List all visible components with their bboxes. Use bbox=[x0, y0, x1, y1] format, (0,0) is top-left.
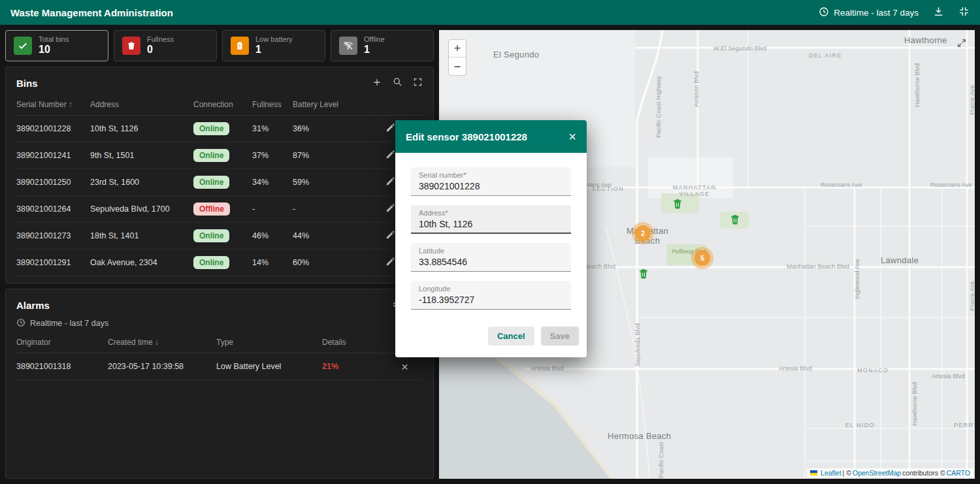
time-window-selector[interactable]: Realtime - last 7 days bbox=[819, 7, 919, 19]
bin-row[interactable]: 389021001291 Oak Avenue, 2304 Online 14%… bbox=[16, 250, 423, 276]
zoom-in-button[interactable]: + bbox=[449, 40, 466, 57]
bin-row[interactable]: 389021001250 23rd St, 1600 Online 34% 59… bbox=[16, 169, 423, 196]
bin-marker-icon[interactable] bbox=[729, 214, 741, 228]
edit-bin-button[interactable] bbox=[385, 230, 395, 242]
stat-card-low-battery[interactable]: Low battery 1 bbox=[222, 30, 325, 61]
bin-serial: 389021001241 bbox=[16, 151, 90, 160]
stat-label: Offline bbox=[364, 35, 385, 44]
carto-link[interactable]: CARTO bbox=[947, 469, 970, 477]
time-window-label: Realtime - last 7 days bbox=[834, 8, 919, 18]
cancel-button[interactable]: Cancel bbox=[488, 327, 534, 346]
stat-card-offline[interactable]: Offline 1 bbox=[331, 30, 434, 61]
alarm-details: 21% bbox=[322, 362, 400, 371]
add-bin-button[interactable] bbox=[372, 77, 382, 89]
column-originator[interactable]: Originator bbox=[16, 338, 108, 347]
bin-marker-icon[interactable] bbox=[672, 198, 683, 212]
expand-icon bbox=[956, 38, 967, 50]
pencil-icon bbox=[385, 257, 395, 268]
clock-icon bbox=[819, 7, 829, 19]
stat-card-total-bins[interactable]: Total bins 10 bbox=[5, 30, 108, 61]
marker-cluster[interactable]: 2 bbox=[635, 225, 651, 241]
check-icon bbox=[14, 37, 32, 55]
column-address[interactable]: Address bbox=[90, 100, 193, 109]
column-battery[interactable]: Battery Level bbox=[293, 100, 355, 109]
bin-fullness: 14% bbox=[252, 258, 293, 267]
bin-serial: 389021001273 bbox=[16, 231, 90, 240]
column-serial-number[interactable]: Serial Number↑ bbox=[16, 100, 90, 109]
marker-cluster[interactable]: 5 bbox=[694, 250, 710, 266]
edit-bin-button[interactable] bbox=[385, 203, 395, 215]
column-details[interactable]: Details bbox=[322, 338, 400, 347]
download-button[interactable] bbox=[933, 6, 944, 19]
wifi-off-icon bbox=[339, 37, 357, 55]
alarm-type: Low Battery Level bbox=[216, 362, 322, 371]
address-field[interactable]: Address* 10th St, 1126 bbox=[411, 205, 571, 234]
edit-bin-button[interactable] bbox=[385, 176, 395, 188]
stat-value: 1 bbox=[364, 44, 385, 56]
bin-address: Sepulveda Blvd, 1700 bbox=[90, 204, 193, 214]
bin-row[interactable]: 389021001228 10th St, 1126 Online 31% 36… bbox=[16, 116, 423, 142]
osm-link[interactable]: OpenStreetMap bbox=[853, 469, 901, 477]
map-attribution: Leaflet | © OpenStreetMap contributors ©… bbox=[807, 468, 973, 477]
edit-bin-button[interactable] bbox=[385, 123, 395, 135]
leaflet-link[interactable]: Leaflet bbox=[821, 469, 841, 477]
edit-bin-button[interactable] bbox=[385, 257, 395, 268]
column-type[interactable]: Type bbox=[216, 338, 322, 347]
bin-row[interactable]: 389021001264 Sepulveda Blvd, 1700 Offlin… bbox=[16, 196, 423, 223]
stat-card-fullness[interactable]: Fullness 0 bbox=[114, 30, 217, 61]
battery-bolt-icon bbox=[231, 37, 249, 55]
column-created-time[interactable]: Created time↓ bbox=[108, 338, 216, 347]
alarms-card: Alarms Realtime - last 7 days Originator bbox=[5, 289, 434, 479]
latitude-field[interactable]: Latitude 33.8854546 bbox=[411, 243, 571, 272]
exit-fullscreen-button[interactable] bbox=[958, 6, 970, 19]
edit-bin-button[interactable] bbox=[385, 150, 395, 161]
search-icon bbox=[393, 77, 402, 89]
bin-battery: 87% bbox=[293, 151, 355, 160]
alarm-originator: 389021001318 bbox=[16, 362, 108, 371]
close-icon: × bbox=[401, 361, 408, 373]
stat-value: 0 bbox=[147, 44, 174, 56]
save-button[interactable]: Save bbox=[541, 327, 579, 346]
trash-icon bbox=[122, 37, 140, 55]
serial-number-field[interactable]: Serial number* 389021001228 bbox=[411, 167, 571, 196]
attribution-text: | © bbox=[843, 469, 851, 477]
bin-fullness: 34% bbox=[252, 178, 293, 187]
bin-row[interactable]: 389021001241 9th St, 1501 Online 37% 87% bbox=[16, 142, 423, 169]
search-bins-button[interactable] bbox=[393, 77, 402, 89]
stats-row: Total bins 10 Fullness 0 Low battery bbox=[5, 30, 434, 61]
column-fullness[interactable]: Fullness bbox=[252, 100, 293, 109]
longitude-field[interactable]: Longitude -118.3952727 bbox=[411, 281, 571, 310]
bin-battery: 44% bbox=[293, 231, 355, 240]
pencil-icon bbox=[385, 123, 395, 135]
column-connection[interactable]: Connection bbox=[193, 100, 252, 109]
alarms-time-window-label: Realtime - last 7 days bbox=[30, 319, 108, 328]
expand-map-button[interactable] bbox=[956, 38, 967, 50]
bin-battery: 36% bbox=[293, 124, 355, 133]
app-title: Waste Management Administration bbox=[10, 7, 173, 18]
expand-bins-button[interactable] bbox=[413, 77, 423, 89]
ukraine-flag-icon bbox=[810, 470, 817, 476]
connection-badge: Online bbox=[193, 122, 229, 135]
close-dialog-button[interactable]: × bbox=[568, 130, 576, 143]
dismiss-alarm-button[interactable]: × bbox=[401, 361, 408, 373]
connection-badge: Online bbox=[193, 149, 229, 162]
bin-serial: 389021001291 bbox=[16, 258, 90, 267]
zoom-out-button[interactable]: − bbox=[449, 57, 466, 75]
stat-value: 1 bbox=[255, 44, 293, 56]
alarms-time-window[interactable]: Realtime - last 7 days bbox=[16, 317, 423, 330]
fullscreen-icon bbox=[413, 77, 423, 89]
field-label: Serial number* bbox=[419, 171, 563, 179]
bin-address: 9th St, 1501 bbox=[90, 151, 193, 160]
bin-marker-icon[interactable] bbox=[638, 268, 649, 282]
bin-fullness: 46% bbox=[252, 231, 293, 240]
sort-desc-icon: ↓ bbox=[155, 338, 159, 347]
bin-serial: 389021001250 bbox=[16, 178, 90, 187]
field-value: -118.3952727 bbox=[419, 295, 563, 305]
bin-fullness: 31% bbox=[252, 124, 293, 133]
compress-icon bbox=[958, 6, 970, 19]
alarms-table-header: Originator Created time↓ Type Details bbox=[16, 330, 423, 353]
field-value: 33.8854546 bbox=[419, 257, 563, 267]
stat-value: 10 bbox=[39, 44, 69, 56]
alarm-row[interactable]: 389021001318 2023-05-17 10:39:58 Low Bat… bbox=[16, 353, 423, 380]
bin-row[interactable]: 389021001273 18th St, 1401 Online 46% 44… bbox=[16, 223, 423, 250]
